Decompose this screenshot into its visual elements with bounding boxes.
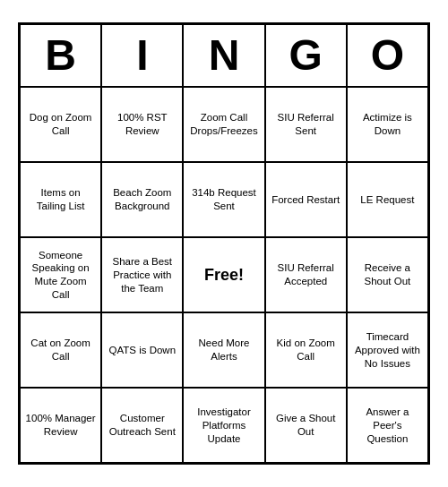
bingo-card: BINGO Dog on Zoom Call100% RST ReviewZoo… bbox=[18, 22, 430, 466]
bingo-cell-20: 100% Manager Review bbox=[20, 388, 101, 463]
bingo-cell-6: Beach Zoom Background bbox=[101, 162, 183, 237]
header-letter-o: O bbox=[347, 24, 428, 88]
bingo-cell-19: Timecard Approved with No Issues bbox=[347, 312, 428, 388]
bingo-cell-18: Kid on Zoom Call bbox=[265, 312, 347, 388]
bingo-cell-14: Receive a Shout Out bbox=[347, 237, 428, 312]
bingo-cell-22: Investigator Platforms Update bbox=[183, 388, 264, 463]
bingo-cell-21: Customer Outreach Sent bbox=[101, 388, 183, 463]
bingo-cell-2: Zoom Call Drops/Freezes bbox=[183, 87, 264, 162]
bingo-cell-5: Items on Tailing List bbox=[20, 162, 101, 237]
bingo-cell-13: SIU Referral Accepted bbox=[265, 237, 347, 312]
bingo-cell-10: Someone Speaking on Mute Zoom Call bbox=[20, 237, 101, 312]
bingo-cell-9: LE Request bbox=[347, 162, 428, 237]
bingo-grid: Dog on Zoom Call100% RST ReviewZoom Call… bbox=[20, 87, 428, 463]
bingo-cell-0: Dog on Zoom Call bbox=[20, 87, 101, 162]
header-letter-i: I bbox=[101, 24, 183, 88]
header-letter-b: B bbox=[20, 24, 101, 88]
bingo-cell-7: 314b Request Sent bbox=[183, 162, 264, 237]
bingo-cell-11: Share a Best Practice with the Team bbox=[101, 237, 183, 312]
bingo-cell-4: Actimize is Down bbox=[347, 87, 428, 162]
bingo-cell-23: Give a Shout Out bbox=[265, 388, 347, 463]
header-letter-g: G bbox=[265, 24, 347, 88]
bingo-cell-3: SIU Referral Sent bbox=[265, 87, 347, 162]
bingo-cell-1: 100% RST Review bbox=[101, 87, 183, 162]
header-letter-n: N bbox=[183, 24, 264, 88]
bingo-cell-17: Need More Alerts bbox=[183, 312, 264, 388]
bingo-cell-15: Cat on Zoom Call bbox=[20, 312, 101, 388]
bingo-header: BINGO bbox=[20, 24, 428, 88]
bingo-cell-16: QATS is Down bbox=[101, 312, 183, 388]
bingo-cell-12: Free! bbox=[183, 237, 264, 312]
bingo-cell-24: Answer a Peer's Question bbox=[347, 388, 428, 463]
bingo-cell-8: Forced Restart bbox=[265, 162, 347, 237]
